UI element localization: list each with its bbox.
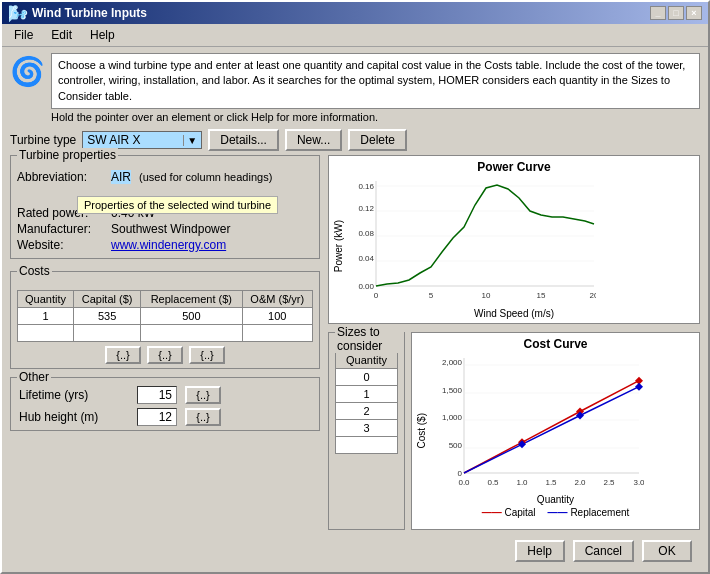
right-panel: Power Curve Power (kW) 0.00 0.04 0 (328, 155, 700, 530)
power-curve-line (376, 185, 594, 286)
sizes-label: Sizes to consider (335, 325, 404, 353)
replacement-marker-3 (635, 383, 643, 391)
hub-height-func-button[interactable]: {..} (185, 408, 221, 426)
abbreviation-value: AIR (111, 170, 131, 184)
cost-curve-legend: —— Capital —— Replacement (416, 507, 695, 518)
help-button[interactable]: Help (515, 540, 565, 562)
menu-help[interactable]: Help (82, 26, 123, 44)
svg-text:500: 500 (449, 441, 463, 450)
turbine-type-dropdown[interactable]: SW AIR X ▼ (82, 131, 202, 149)
bottom-right-section: Sizes to consider Quantity 0 1 2 (328, 332, 700, 530)
svg-text:0: 0 (374, 291, 379, 300)
sizes-col-quantity: Quantity (336, 352, 398, 369)
costs-table: Quantity Capital ($) Replacement ($) O&M… (17, 290, 313, 342)
costs-col-replacement: Replacement ($) (141, 291, 242, 308)
bottom-buttons: Help Cancel OK (10, 536, 700, 566)
minimize-button[interactable]: _ (650, 6, 666, 20)
replacement-legend: —— Replacement (548, 507, 630, 518)
ok-button[interactable]: OK (642, 540, 692, 562)
sizes-row-3: 3 (336, 420, 398, 437)
sizes-row-1: 1 (336, 386, 398, 403)
capital-legend: —— Capital (482, 507, 536, 518)
turbine-properties-group: Turbine properties Abbreviation: AIR (us… (10, 155, 320, 259)
left-panel: Turbine properties Abbreviation: AIR (us… (10, 155, 320, 530)
turbine-props: Abbreviation: AIR (used for column headi… (17, 170, 313, 252)
hub-height-row: Hub height (m) {..} (19, 408, 311, 426)
abbreviation-suffix: (used for column headings) (139, 171, 272, 183)
table-row: 1 535 500 100 (18, 308, 313, 325)
other-label: Other (17, 370, 51, 384)
svg-text:3.0: 3.0 (633, 478, 644, 487)
cost-curve-y-label: Cost ($) (416, 413, 427, 449)
manufacturer-label: Manufacturer: (17, 222, 107, 236)
costs-col-om: O&M ($/yr) (242, 291, 312, 308)
hint-text: Hold the pointer over an element or clic… (51, 111, 700, 123)
svg-text:2,000: 2,000 (442, 358, 463, 367)
cost-om-func-button[interactable]: {..} (189, 346, 225, 364)
capital-cost-line (464, 381, 639, 473)
svg-text:10: 10 (482, 291, 491, 300)
svg-text:15: 15 (537, 291, 546, 300)
turbine-type-label: Turbine type (10, 133, 76, 147)
lifetime-input[interactable] (137, 386, 177, 404)
website-row: Website: www.windenergy.com (17, 238, 313, 252)
cost-curve-title: Cost Curve (416, 337, 695, 351)
new-button[interactable]: New... (285, 129, 342, 151)
svg-text:0.5: 0.5 (487, 478, 499, 487)
cost-replacement: 500 (141, 308, 242, 325)
menu-edit[interactable]: Edit (43, 26, 80, 44)
title-bar: 🌬️ Wind Turbine Inputs _ □ × (2, 2, 708, 24)
svg-text:1,000: 1,000 (442, 413, 463, 422)
details-button[interactable]: Details... (208, 129, 279, 151)
info-text: Choose a wind turbine type and enter at … (51, 53, 700, 109)
menu-file[interactable]: File (6, 26, 41, 44)
svg-text:0.04: 0.04 (358, 254, 374, 263)
menu-bar: File Edit Help (2, 24, 708, 47)
svg-text:0.00: 0.00 (358, 282, 374, 291)
lifetime-func-button[interactable]: {..} (185, 386, 221, 404)
cost-om: 100 (242, 308, 312, 325)
maximize-button[interactable]: □ (668, 6, 684, 20)
website-label: Website: (17, 238, 107, 252)
sizes-row-empty (336, 437, 398, 454)
svg-text:20: 20 (590, 291, 596, 300)
cost-capital: 535 (74, 308, 141, 325)
cost-replacement-func-button[interactable]: {..} (147, 346, 183, 364)
cost-capital-func-button[interactable]: {..} (105, 346, 141, 364)
main-window: 🌬️ Wind Turbine Inputs _ □ × File Edit H… (0, 0, 710, 574)
website-link[interactable]: www.windenergy.com (111, 238, 226, 252)
lifetime-row: Lifetime (yrs) {..} (19, 386, 311, 404)
svg-text:2.5: 2.5 (603, 478, 615, 487)
cost-curve-area: Cost ($) 0 500 1,000 1,500 (416, 353, 695, 508)
svg-text:5: 5 (429, 291, 434, 300)
svg-text:1.0: 1.0 (516, 478, 528, 487)
svg-text:0: 0 (458, 469, 463, 478)
costs-col-quantity: Quantity (18, 291, 74, 308)
window-title: Wind Turbine Inputs (32, 6, 147, 20)
power-curve-chart: Power Curve Power (kW) 0.00 0.04 0 (328, 155, 700, 324)
svg-text:1,500: 1,500 (442, 386, 463, 395)
costs-col-capital: Capital ($) (74, 291, 141, 308)
delete-button[interactable]: Delete (348, 129, 407, 151)
hub-height-input[interactable] (137, 408, 177, 426)
title-bar-controls: _ □ × (650, 6, 702, 20)
tooltip-box: Properties of the selected wind turbine (77, 196, 278, 214)
content-area: 🌀 Choose a wind turbine type and enter a… (2, 47, 708, 572)
svg-text:0.0: 0.0 (458, 478, 470, 487)
other-group: Other Lifetime (yrs) {..} Hub height (m)… (10, 377, 320, 431)
costs-group: Costs Quantity Capital ($) Replacement (… (10, 271, 320, 369)
cost-curve-svg: 0 500 1,000 1,500 2,000 (429, 353, 644, 508)
cost-func-buttons: {..} {..} {..} (17, 346, 313, 364)
main-section: Turbine properties Abbreviation: AIR (us… (10, 155, 700, 530)
svg-text:2.0: 2.0 (574, 478, 586, 487)
lifetime-label: Lifetime (yrs) (19, 388, 129, 402)
close-button[interactable]: × (686, 6, 702, 20)
turbine-properties-label: Turbine properties (17, 148, 118, 162)
chevron-down-icon: ▼ (183, 135, 197, 146)
svg-text:0.16: 0.16 (358, 182, 374, 191)
sizes-row-2: 2 (336, 403, 398, 420)
manufacturer-row: Manufacturer: Southwest Windpower (17, 222, 313, 236)
cancel-button[interactable]: Cancel (573, 540, 634, 562)
hub-height-label: Hub height (m) (19, 410, 129, 424)
power-curve-area: Power (kW) 0.00 0.04 0.08 0.12 0.16 (333, 176, 695, 316)
